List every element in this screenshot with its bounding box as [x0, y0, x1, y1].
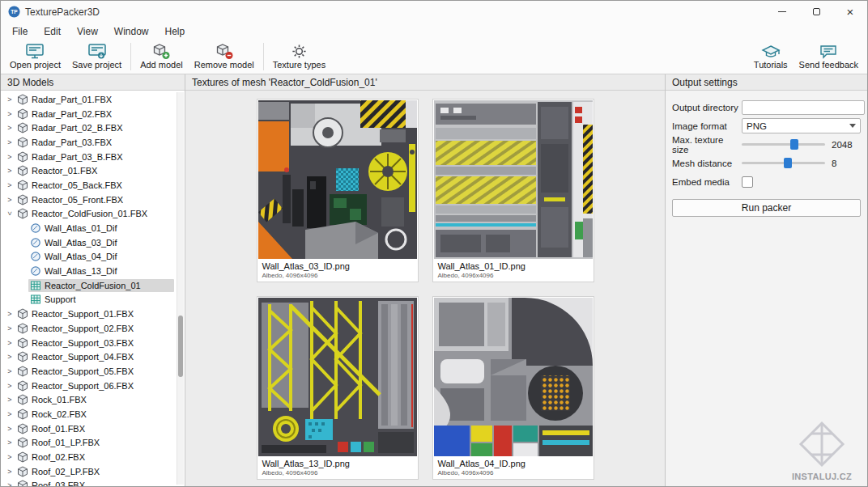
send-feedback-button[interactable]: Send feedback: [794, 41, 864, 70]
menu-edit[interactable]: Edit: [36, 23, 69, 40]
chevron-right-icon[interactable]: >: [4, 410, 15, 418]
chevron-right-icon[interactable]: >: [4, 181, 15, 189]
tree-item[interactable]: >Roof_02.FBX: [1, 450, 185, 464]
model-icon: [17, 180, 28, 191]
tree-item[interactable]: Wall_Atlas_03_Dif: [1, 235, 185, 250]
chevron-right-icon[interactable]: >: [4, 425, 15, 433]
tree-item[interactable]: >Reactor_Support_02.FBX: [1, 321, 185, 336]
tree-item[interactable]: Reactor_ColdFusion_01: [1, 278, 185, 293]
chevron-right-icon[interactable]: >: [4, 396, 15, 404]
tree-item[interactable]: >Rock_02.FBX: [1, 407, 185, 421]
tree-item-label: Rock_01.FBX: [32, 395, 87, 404]
chevron-right-icon[interactable]: >: [4, 153, 15, 161]
chevron-right-icon[interactable]: >: [4, 95, 15, 104]
feedback-bubble-icon: [819, 43, 838, 60]
model-icon: [17, 337, 28, 349]
model-icon: [17, 409, 28, 420]
slider-handle[interactable]: [784, 158, 792, 168]
chevron-down-icon[interactable]: >: [6, 208, 14, 219]
tree-item[interactable]: >Radar_Part_03.FBX: [1, 135, 185, 150]
tree-item-label: Support: [45, 294, 76, 304]
remove-model-button[interactable]: Remove model: [189, 41, 260, 70]
tree-item[interactable]: >Radar_Part_01.FBX: [1, 92, 185, 107]
models-tree: >Radar_Part_01.FBX>Radar_Part_02.FBX>Rad…: [1, 91, 185, 486]
embed-media-checkbox[interactable]: [742, 176, 753, 188]
menu-file[interactable]: File: [4, 23, 36, 40]
tree-item[interactable]: >Reactor_Support_01.FBX: [1, 307, 185, 321]
tree-item[interactable]: >Reactor_Support_04.FBX: [1, 349, 185, 364]
menu-help[interactable]: Help: [157, 23, 194, 40]
chevron-right-icon[interactable]: >: [4, 481, 15, 486]
mesh-icon: [30, 294, 41, 305]
tree-item[interactable]: >Reactor_Support_05.FBX: [1, 364, 185, 379]
max-texture-size-row: Max. texture size 2048: [672, 135, 861, 154]
chevron-right-icon[interactable]: >: [4, 310, 15, 318]
chevron-right-icon[interactable]: >: [4, 324, 15, 332]
image-format-label: Image format: [672, 121, 742, 131]
chevron-right-icon[interactable]: >: [4, 468, 15, 476]
close-button[interactable]: ×: [833, 1, 867, 23]
tutorials-button[interactable]: Tutorials: [748, 41, 794, 70]
tree-item[interactable]: >Radar_Part_02.FBX: [1, 107, 185, 121]
scrollbar-thumb[interactable]: [178, 315, 183, 377]
models-scrollbar[interactable]: [177, 92, 184, 485]
model-icon: [17, 380, 28, 392]
tree-item[interactable]: >Reactor_ColdFusion_01.FBX: [1, 207, 185, 222]
tree-item[interactable]: >Roof_02_LP.FBX: [1, 464, 185, 479]
tree-item[interactable]: >Reactor_05_Back.FBX: [1, 178, 185, 193]
chevron-right-icon[interactable]: >: [4, 438, 15, 447]
tree-item[interactable]: >Reactor_01.FBX: [1, 163, 185, 178]
tree-item[interactable]: >Roof_01_LP.FBX: [1, 436, 185, 451]
add-model-button[interactable]: Add model: [134, 41, 189, 70]
tree-item[interactable]: Wall_Atlas_04_Dif: [1, 250, 185, 265]
tree-item[interactable]: Wall_Atlas_13_Dif: [1, 264, 185, 278]
texture-types-button[interactable]: Texture types: [267, 41, 331, 70]
slider-handle[interactable]: [790, 139, 798, 150]
texture-card-wall-atlas-03[interactable]: Wall_Atlas_03_ID.png Albedo, 4096x4096: [257, 99, 419, 282]
tree-item[interactable]: >Radar_Part_03_B.FBX: [1, 150, 185, 164]
tree-item[interactable]: >Reactor_Support_03.FBX: [1, 336, 185, 350]
texture-card-wall-atlas-01[interactable]: Wall_Atlas_01_ID.png Albedo, 4096x4096: [432, 99, 594, 282]
chevron-right-icon[interactable]: >: [4, 353, 15, 361]
textures-panel: Textures of mesh 'Reactor_ColdFusion_01': [185, 74, 665, 486]
chevron-right-icon[interactable]: >: [4, 382, 15, 390]
texture-card-wall-atlas-04[interactable]: Wall_Atlas_04_ID.png Albedo, 4096x4096: [432, 296, 594, 480]
tree-item[interactable]: >Radar_Part_02_B.FBX: [1, 121, 185, 135]
model-icon: [17, 122, 28, 133]
chevron-right-icon[interactable]: >: [4, 367, 15, 375]
output-directory-input[interactable]: [742, 100, 865, 115]
texture-icon: [30, 237, 41, 248]
chevron-right-icon[interactable]: >: [4, 138, 15, 146]
texture-card-wall-atlas-13[interactable]: Wall_Atlas_13_ID.png Albedo, 4096x4096: [257, 296, 419, 480]
chevron-right-icon[interactable]: >: [4, 124, 15, 132]
tree-item[interactable]: Support: [1, 293, 185, 307]
open-project-button[interactable]: Open project: [4, 41, 66, 70]
image-format-select[interactable]: PNG: [742, 118, 861, 133]
open-project-icon: [25, 43, 45, 60]
tree-item[interactable]: >Reactor_05_Front.FBX: [1, 193, 185, 207]
model-icon: [17, 480, 28, 486]
model-icon: [17, 94, 28, 105]
maximize-button[interactable]: [799, 1, 833, 23]
chevron-right-icon[interactable]: >: [4, 196, 15, 204]
menu-view[interactable]: View: [69, 23, 106, 40]
texture-name: Wall_Atlas_01_ID.png: [433, 260, 594, 271]
tree-item[interactable]: Wall_Atlas_01_Dif: [1, 221, 185, 235]
tree-item[interactable]: >Roof_03.FBX: [1, 479, 185, 486]
max-texture-size-slider[interactable]: [742, 138, 825, 150]
tree-item-label: Roof_02.FBX: [32, 452, 85, 462]
mesh-distance-slider[interactable]: [742, 157, 825, 169]
chevron-right-icon[interactable]: >: [4, 167, 15, 175]
minimize-button[interactable]: [765, 1, 799, 23]
titlebar: TP TexturePacker3D ×: [1, 1, 867, 23]
tree-item[interactable]: >Roof_01.FBX: [1, 421, 185, 436]
menu-window[interactable]: Window: [106, 23, 157, 40]
tree-item[interactable]: >Reactor_Support_06.FBX: [1, 379, 185, 393]
run-packer-button[interactable]: Run packer: [672, 199, 861, 217]
chevron-right-icon[interactable]: >: [4, 453, 15, 461]
tree-item[interactable]: >Rock_01.FBX: [1, 392, 185, 407]
chevron-right-icon[interactable]: >: [4, 339, 15, 347]
chevron-right-icon[interactable]: >: [4, 110, 15, 118]
image-format-value: PNG: [747, 121, 849, 131]
save-project-button[interactable]: Save project: [66, 41, 127, 70]
